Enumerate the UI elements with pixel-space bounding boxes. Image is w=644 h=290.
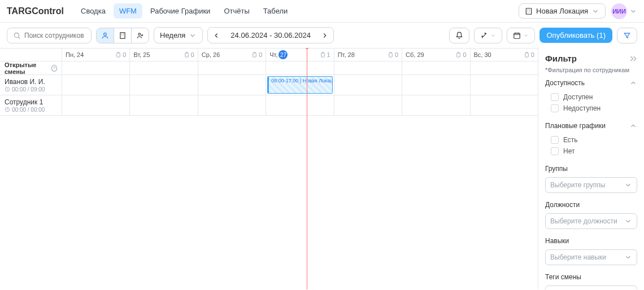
checkbox[interactable] <box>551 136 559 144</box>
publish-button[interactable]: Опубликовать (1) <box>539 28 612 43</box>
section-availability[interactable]: Доступность <box>545 79 637 87</box>
period-label: Неделя <box>160 31 185 39</box>
chevron-down-icon <box>624 253 632 261</box>
schedule-grid: Пн, 240Вт, 250Ср, 260Чт,271Пт, 280Сб, 29… <box>0 48 538 289</box>
schedule-cell[interactable] <box>334 75 402 95</box>
svg-point-1 <box>14 33 19 37</box>
notifications-button[interactable] <box>449 28 469 43</box>
day-header[interactable]: Ср, 260 <box>198 49 266 61</box>
schedule-cell[interactable] <box>130 75 198 95</box>
svg-rect-11 <box>457 52 460 56</box>
location-name: Новая Локация <box>536 7 588 15</box>
checkbox[interactable] <box>551 93 559 101</box>
chevron-down-icon <box>189 32 197 39</box>
section-positions: Должности <box>545 201 637 209</box>
employee-row: Иванов И. И.00:00 / 09:0008:00-17:00 | Н… <box>0 75 538 95</box>
nav-wfm[interactable]: WFM <box>114 3 142 19</box>
magic-wand-button[interactable] <box>474 28 502 43</box>
employee-row: Сотрудник 100:00 / 00:00 <box>0 95 538 116</box>
chevron-down-icon <box>624 217 632 225</box>
positions-select[interactable]: Выберите должности <box>545 213 637 229</box>
chevron-up-icon <box>629 122 637 130</box>
svg-rect-5 <box>514 33 520 38</box>
collapse-icon[interactable] <box>629 55 637 63</box>
schedule-cell[interactable] <box>334 61 402 74</box>
day-header[interactable]: Вт, 250 <box>130 49 198 61</box>
shift-block[interactable]: 08:00-17:00 | Новая Локация <box>267 76 332 94</box>
period-dropdown[interactable]: Неделя <box>154 27 203 43</box>
day-header[interactable]: Пн, 240 <box>62 49 130 61</box>
check-has[interactable]: Есть <box>545 134 637 146</box>
chevron-down-icon <box>629 7 637 15</box>
nav-timesheets[interactable]: Табели <box>258 3 294 19</box>
date-range-picker: 24.06.2024 - 30.06.2024 <box>207 27 334 43</box>
svg-rect-9 <box>321 52 324 56</box>
view-people-button[interactable] <box>97 28 114 43</box>
groups-select[interactable]: Выберите группы <box>545 177 637 193</box>
svg-rect-8 <box>253 52 256 56</box>
user-menu[interactable]: ИИИ <box>611 3 637 19</box>
user-icon <box>101 32 109 39</box>
calendar-button[interactable] <box>507 28 535 43</box>
schedule-cell[interactable] <box>62 95 130 115</box>
schedule-cell[interactable] <box>130 95 198 115</box>
view-building-button[interactable] <box>114 28 132 43</box>
schedule-cell[interactable] <box>198 75 266 95</box>
checkbox[interactable] <box>551 104 559 112</box>
filter-icon <box>623 32 631 39</box>
filter-toggle-button[interactable] <box>617 28 637 43</box>
schedule-cell[interactable] <box>266 61 334 74</box>
date-range-text[interactable]: 24.06.2024 - 30.06.2024 <box>225 28 316 43</box>
schedule-cell[interactable] <box>62 75 130 95</box>
search-input[interactable] <box>24 32 85 39</box>
filter-note: *Фильтрация по сотрудникам <box>545 67 637 73</box>
check-available[interactable]: Доступен <box>545 91 637 103</box>
prev-period-button[interactable] <box>208 28 225 43</box>
schedule-cell[interactable]: 08:00-17:00 | Новая Локация <box>266 75 334 95</box>
schedule-cell[interactable] <box>130 61 198 74</box>
employee-label[interactable]: Иванов И. И.00:00 / 09:00 <box>0 75 62 95</box>
check-none[interactable]: Нет <box>545 146 637 157</box>
schedule-cell[interactable] <box>402 75 470 95</box>
section-plan-schedules[interactable]: Плановые графики <box>545 122 637 130</box>
schedule-cell[interactable] <box>334 95 402 115</box>
schedule-cell[interactable] <box>198 95 266 115</box>
skills-select[interactable]: Выберите навыки <box>545 249 637 265</box>
building-icon <box>119 32 127 39</box>
main-content: Пн, 240Вт, 250Ср, 260Чт,271Пт, 280Сб, 29… <box>0 48 644 289</box>
schedule-cell[interactable] <box>471 61 538 74</box>
chevron-down-icon <box>624 181 632 189</box>
next-period-button[interactable] <box>316 28 333 43</box>
magic-wand-icon <box>480 32 488 39</box>
chevron-down-icon <box>591 7 599 15</box>
schedule-cell[interactable] <box>198 61 266 74</box>
nav-reports[interactable]: Отчёты <box>218 3 255 19</box>
nav-summary[interactable]: Сводка <box>75 3 111 19</box>
search-input-wrapper[interactable] <box>7 28 92 43</box>
day-header[interactable]: Сб, 290 <box>402 49 470 61</box>
day-header[interactable]: Чт,271 <box>266 49 334 61</box>
location-selector[interactable]: Новая Локация <box>519 3 606 19</box>
help-icon[interactable]: ? <box>51 65 57 72</box>
nav-schedules[interactable]: Рабочие Графики <box>145 3 216 19</box>
svg-rect-10 <box>389 52 393 56</box>
grid-header: Пн, 240Вт, 250Ср, 260Чт,271Пт, 280Сб, 29… <box>0 48 538 61</box>
section-groups: Группы <box>545 165 637 173</box>
tags-select[interactable]: Выберите теги <box>545 285 637 289</box>
employee-label[interactable]: Сотрудник 100:00 / 00:00 <box>0 95 62 115</box>
schedule-cell[interactable] <box>471 75 538 95</box>
view-assign-button[interactable] <box>132 28 149 43</box>
day-header[interactable]: Пт, 280 <box>334 49 402 61</box>
chevron-left-icon <box>212 32 220 39</box>
schedule-cell[interactable] <box>62 61 130 74</box>
schedule-cell[interactable] <box>402 61 470 74</box>
section-skills: Навыки <box>545 237 637 245</box>
day-header[interactable]: Вс, 300 <box>471 49 538 61</box>
schedule-cell[interactable] <box>266 95 334 115</box>
checkbox[interactable] <box>551 147 559 155</box>
svg-point-4 <box>138 33 141 35</box>
schedule-cell[interactable] <box>471 95 538 115</box>
schedule-cell[interactable] <box>402 95 470 115</box>
check-unavailable[interactable]: Недоступен <box>545 103 637 114</box>
building-icon <box>525 7 533 15</box>
